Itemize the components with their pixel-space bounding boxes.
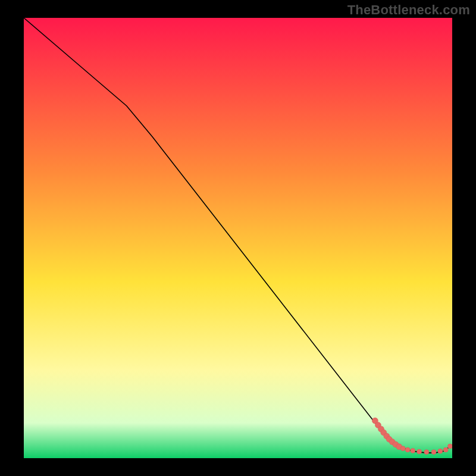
scatter-point [411,448,415,453]
scatter-point [431,450,436,455]
scatter-point [447,444,452,449]
scatter-point [438,449,443,453]
scatter-point [424,450,429,455]
scatter-point [417,449,422,454]
attribution-text: TheBottleneck.com [347,2,470,18]
scatter-point [443,447,448,452]
scatter-point [405,447,410,452]
scatter-point [400,446,405,451]
plot-area [24,18,452,458]
gradient-background [24,18,452,458]
plot-svg [24,18,452,458]
chart-frame: TheBottleneck.com [0,0,476,476]
